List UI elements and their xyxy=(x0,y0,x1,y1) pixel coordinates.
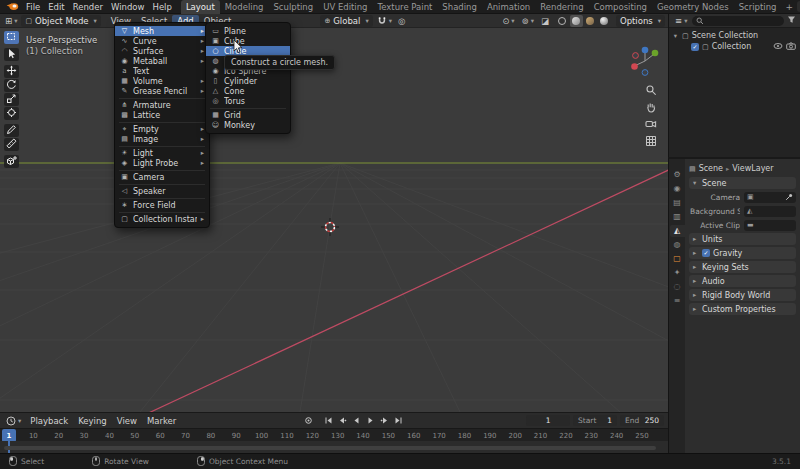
options-dropdown[interactable]: Options ▾ xyxy=(616,15,665,27)
shading-rendered-button[interactable] xyxy=(598,15,611,27)
workspace-tab-scripting[interactable]: Scripting xyxy=(734,0,782,14)
eyedropper-icon[interactable] xyxy=(785,193,793,201)
menu-item-image[interactable]: ▤Image▸ xyxy=(115,134,209,144)
menu-item-armature[interactable]: ⋔Armature xyxy=(115,100,209,110)
tool-move[interactable] xyxy=(4,65,19,78)
playhead[interactable]: 1 xyxy=(2,429,16,441)
workspace-tab-sculpting[interactable]: Sculpting xyxy=(268,0,318,14)
auto-keying-toggle[interactable] xyxy=(302,415,315,427)
tool-box-select[interactable] xyxy=(4,31,19,44)
menu-render[interactable]: Render xyxy=(69,2,107,12)
camera-view-icon[interactable] xyxy=(645,118,657,130)
section-header-keying-sets[interactable]: ▸Keying Sets xyxy=(689,261,796,273)
active-clip-field[interactable]: ▬ xyxy=(744,220,796,231)
jump-to-end-button[interactable] xyxy=(392,415,405,427)
previous-keyframe-button[interactable] xyxy=(336,415,349,427)
workspace-tab-layout[interactable]: Layout xyxy=(181,0,220,14)
timeline-ruler[interactable]: 1 11020304050607080901001101201301401501… xyxy=(0,428,668,441)
start-frame-field[interactable]: Start1 xyxy=(573,415,617,426)
disclosure-triangle-icon[interactable]: ▾ xyxy=(672,32,679,40)
current-frame-field[interactable]: 1 xyxy=(526,415,570,426)
menu-item-cylinder[interactable]: ▯Cylinder xyxy=(206,76,290,86)
menu-item-monkey[interactable]: ☺Monkey xyxy=(206,120,290,130)
editor-type-dropdown[interactable]: ⊞▾ xyxy=(3,16,19,26)
gizmos-dropdown[interactable]: ⊙▾ xyxy=(500,16,516,26)
timeline-menu-playback[interactable]: Playback xyxy=(25,414,73,428)
jump-to-start-button[interactable] xyxy=(322,415,335,427)
section-header-audio[interactable]: ▸Audio xyxy=(689,275,796,287)
workspace-tab-texture-paint[interactable]: Texture Paint xyxy=(373,0,438,14)
outliner-row-collection[interactable]: ✓▢Collection xyxy=(669,41,800,52)
filter-funnel-icon[interactable] xyxy=(787,15,796,26)
timeline-menu-marker[interactable]: Marker xyxy=(142,414,181,428)
properties-tab-world[interactable]: ◍ xyxy=(670,239,685,251)
play-button[interactable] xyxy=(364,415,377,427)
menu-item-curve[interactable]: ∿Curve▸ xyxy=(115,36,209,46)
navigation-gizmo[interactable] xyxy=(628,44,662,78)
workspace-tab-geometry-nodes[interactable]: Geometry Nodes xyxy=(652,0,734,14)
tool-scale[interactable] xyxy=(4,93,19,106)
xray-toggle[interactable]: ◪ xyxy=(539,16,551,26)
play-reverse-button[interactable] xyxy=(350,415,363,427)
end-frame-field[interactable]: End250 xyxy=(620,415,664,426)
breadcrumb-view-layer[interactable]: ViewLayer xyxy=(732,164,773,173)
menu-help[interactable]: Help xyxy=(148,2,175,12)
timeline-track[interactable] xyxy=(0,441,668,453)
section-header-gravity[interactable]: ▸✓Gravity xyxy=(689,247,796,259)
exclude-checkbox[interactable]: ✓ xyxy=(691,43,699,51)
menu-item-text[interactable]: aText xyxy=(115,66,209,76)
menu-item-empty[interactable]: ⌖Empty▸ xyxy=(115,124,209,134)
mode-dropdown[interactable]: ▢ Object Mode ▾ xyxy=(21,15,100,27)
next-keyframe-button[interactable] xyxy=(378,415,391,427)
eye-icon[interactable] xyxy=(773,42,783,52)
tool-annotate[interactable] xyxy=(4,124,19,137)
properties-tab-tool[interactable]: ⚙ xyxy=(670,169,685,181)
timeline-scrollbar[interactable] xyxy=(4,446,656,450)
menu-item-metaball[interactable]: ◉Metaball▸ xyxy=(115,56,209,66)
pan-hand-icon[interactable] xyxy=(645,101,657,113)
tool-transform[interactable] xyxy=(4,107,19,120)
zoom-icon[interactable] xyxy=(645,84,657,96)
background-s-field[interactable]: ◭ xyxy=(744,206,796,217)
properties-tab-constraints[interactable]: ≡ xyxy=(670,295,685,307)
outliner-search-input[interactable] xyxy=(692,16,784,26)
overlays-dropdown[interactable]: ⊚▾ xyxy=(520,16,536,26)
gravity-checkbox[interactable]: ✓ xyxy=(702,249,710,257)
timeline-menu-keying[interactable]: Keying xyxy=(73,414,112,428)
section-header-custom-properties[interactable]: ▸Custom Properties xyxy=(689,303,796,315)
outliner-row-scene-collection[interactable]: ▾▢Scene Collection xyxy=(669,30,800,41)
menu-item-light-probe[interactable]: ◈Light Probe▸ xyxy=(115,158,209,168)
properties-tab-physics[interactable]: ◌ xyxy=(670,281,685,293)
menu-item-cube[interactable]: ▣Cube xyxy=(206,36,290,46)
section-header-scene[interactable]: ▾Scene xyxy=(689,177,796,189)
tool-measure[interactable] xyxy=(4,138,19,151)
workspace-tab-modeling[interactable]: Modeling xyxy=(220,0,269,14)
section-header-rigid-body-world[interactable]: ▸Rigid Body World xyxy=(689,289,796,301)
properties-tab-view-layer[interactable]: ▥ xyxy=(670,211,685,223)
properties-tab-modifiers[interactable]: ✦ xyxy=(670,267,685,279)
snap-dropdown[interactable]: ▾ xyxy=(375,16,394,26)
toggle-grid-icon[interactable] xyxy=(645,135,657,147)
menu-item-volume[interactable]: ▦Volume▸ xyxy=(115,76,209,86)
menu-item-camera[interactable]: ▣Camera xyxy=(115,172,209,182)
properties-tab-render[interactable]: ◉ xyxy=(670,183,685,195)
menu-item-collection-instance[interactable]: ▢Collection Instance▸ xyxy=(115,214,209,224)
transform-orientation-dropdown[interactable]: ⊕ Global ▾ xyxy=(320,15,372,27)
workspace-tab-rendering[interactable]: Rendering xyxy=(535,0,588,14)
camera-icon[interactable] xyxy=(786,42,796,52)
menu-item-speaker[interactable]: ◁Speaker xyxy=(115,186,209,196)
viewport-3d[interactable]: User Perspective (1) Collection xyxy=(0,28,668,412)
tool-cursor[interactable] xyxy=(4,48,19,61)
timeline-menu-view[interactable]: View xyxy=(112,414,142,428)
shading-solid-button[interactable] xyxy=(570,15,583,27)
timeline-editor-dropdown[interactable]: ▾ xyxy=(4,416,23,426)
menu-item-grid[interactable]: ▦Grid xyxy=(206,110,290,120)
workspace-tab-compositing[interactable]: Compositing xyxy=(589,0,652,14)
tool-add-cube[interactable] xyxy=(4,155,19,168)
outliner-editor-dropdown[interactable]: ≡▾ xyxy=(673,16,689,26)
menu-window[interactable]: Window xyxy=(107,2,149,12)
menu-item-torus[interactable]: ◎Torus xyxy=(206,96,290,106)
blender-logo[interactable] xyxy=(6,2,19,11)
menu-item-grease-pencil[interactable]: ✎Grease Pencil▸ xyxy=(115,86,209,96)
menu-edit[interactable]: Edit xyxy=(44,2,68,12)
